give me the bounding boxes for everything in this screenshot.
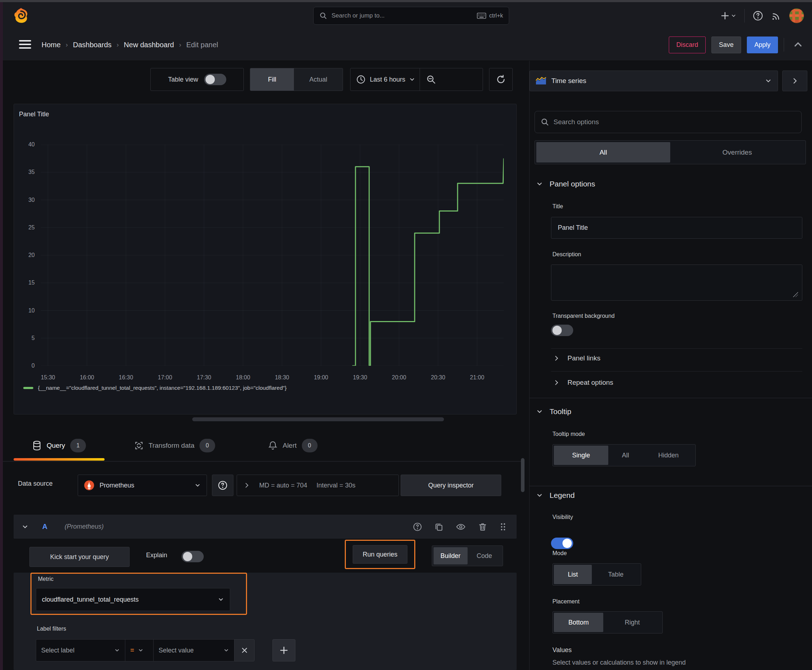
actual-option[interactable]: Actual [294,68,342,91]
select-label-dropdown[interactable]: Select label [36,639,125,662]
refresh-icon [496,74,506,85]
table-view-label: Table view [168,76,198,83]
delete-query-icon[interactable] [478,522,487,531]
search-icon [541,118,549,126]
news-feed-button[interactable] [771,11,781,21]
query-options-row[interactable]: MD = auto = 704 Interval = 30s [237,475,399,496]
chevron-right-icon [553,355,559,362]
options-tabs: All Overrides [534,140,806,164]
breadcrumb-home[interactable]: Home [42,41,61,49]
time-range-picker[interactable]: Last 6 hours [350,68,483,91]
legend-item[interactable]: {__name__="cloudflared_tunnel_total_requ… [23,385,286,391]
builder-option[interactable]: Builder [434,547,468,564]
nav-divider [744,9,745,22]
panel-title[interactable]: Panel Title [19,111,49,118]
chevron-down-icon [224,648,229,653]
code-option[interactable]: Code [468,547,502,564]
save-button[interactable]: Save [711,37,741,53]
kickstart-query-button[interactable]: Kick start your query [29,547,130,567]
legend-placement-right[interactable]: Right [603,613,661,632]
options-sidebar: Time series All Overrides Panel options … [529,61,812,670]
datasource-help-button[interactable] [212,475,234,496]
legend-mode-list[interactable]: List [554,565,592,584]
tab-alert[interactable]: Alert 0 [252,431,334,461]
collapse-query-icon[interactable] [22,523,29,530]
legend-series-label: {__name__="cloudflared_tunnel_total_requ… [38,385,286,391]
refresh-button[interactable] [489,68,513,91]
question-circle-icon [753,10,763,21]
grafana-logo-icon[interactable] [13,7,29,24]
menu-toggle-icon[interactable] [19,39,31,50]
title-field-label: Title [553,203,563,210]
x-axis-tick-label: 20:30 [422,374,454,381]
options-search-input[interactable] [554,118,795,126]
legend-section-title: Legend [549,491,575,500]
chevron-down-icon [218,596,224,603]
add-filter-button[interactable] [273,639,295,662]
search-input[interactable] [332,12,473,19]
pane-size-switch: Fill Actual [250,68,343,91]
chart-plot[interactable] [41,145,504,366]
user-avatar[interactable] [789,8,804,23]
panel-description-textarea[interactable] [551,264,802,301]
query-help-icon[interactable] [413,522,422,531]
panel-title-input[interactable] [551,217,802,239]
legend-placement-label: Placement [553,599,580,605]
discard-button[interactable]: Discard [669,37,706,53]
repeat-options-section[interactable]: Repeat options [553,379,613,387]
textarea-resize-corner-icon[interactable] [793,292,798,297]
pane-resize-handle[interactable] [192,417,444,421]
apply-button[interactable]: Apply [747,37,778,53]
options-search[interactable] [534,111,802,133]
tooltip-mode-single[interactable]: Single [554,446,608,465]
run-queries-highlight: Run queries [345,540,415,569]
tooltip-section-header[interactable]: Tooltip [536,407,571,416]
panel-options-header[interactable]: Panel options [536,180,595,188]
query-inspector-button[interactable]: Query inspector [401,475,501,496]
datasource-picker[interactable]: Prometheus [78,475,207,496]
fill-option[interactable]: Fill [250,68,294,91]
legend-visibility-toggle[interactable] [551,538,573,549]
operator-dropdown[interactable]: = [125,639,154,662]
legend-values-help: Select values or calculations to show in… [553,659,686,667]
tab-query[interactable]: Query 1 [14,431,105,461]
help-button[interactable] [753,10,763,21]
run-queries-button[interactable]: Run queries [353,545,407,564]
select-value-dropdown[interactable]: Select value [153,639,234,662]
tab-overrides[interactable]: Overrides [670,142,804,162]
toggle-visibility-icon[interactable] [456,522,466,531]
duplicate-query-icon[interactable] [434,522,444,531]
tooltip-mode-hidden[interactable]: Hidden [642,446,694,465]
tooltip-mode-all[interactable]: All [608,446,642,465]
panel-links-section[interactable]: Panel links [553,354,600,362]
metric-select[interactable]: cloudflared_tunnel_total_requests [36,588,230,611]
transparent-background-label: Transparent background [553,313,615,319]
tab-transform-data[interactable]: Transform data 0 [116,431,234,461]
collapse-header-button[interactable] [793,40,803,49]
query-ref-id[interactable]: A [42,523,47,531]
breadcrumb-bar: Home › Dashboards › New dashboard › Edit… [3,29,812,61]
global-search[interactable]: ctrl+k [313,7,509,25]
viz-suggestions-button[interactable] [782,71,807,91]
breadcrumb-new-dashboard[interactable]: New dashboard [124,41,174,49]
new-dashboard-button[interactable] [721,12,736,20]
actions-divider [784,38,784,52]
active-tab-underline [14,458,105,461]
scrollbar-thumb[interactable] [521,458,524,492]
table-view-toggle[interactable] [204,74,226,85]
rss-icon [771,11,781,21]
tab-all-options[interactable]: All [536,142,670,162]
breadcrumb-dashboards[interactable]: Dashboards [73,41,112,49]
drag-handle-icon[interactable] [500,522,507,531]
explain-toggle[interactable] [181,551,204,562]
remove-filter-button[interactable] [234,639,254,662]
visualization-picker[interactable]: Time series [529,71,778,91]
breadcrumb-separator: › [66,41,68,49]
transparent-background-toggle[interactable] [551,325,573,336]
legend-mode-table[interactable]: Table [592,565,640,584]
legend-section-header[interactable]: Legend [536,491,575,500]
chevron-right-icon [244,482,250,489]
zoom-out-button[interactable] [420,68,442,91]
legend-placement-bottom[interactable]: Bottom [554,613,603,632]
x-axis-tick-label: 16:30 [110,374,142,381]
